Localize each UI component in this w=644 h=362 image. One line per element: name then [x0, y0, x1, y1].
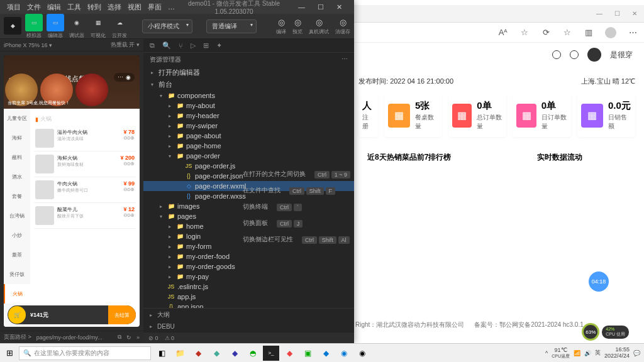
category-item[interactable]: 海鲜: [4, 128, 30, 148]
tree-item-my-order-food[interactable]: ▸📁my-order-food: [143, 251, 354, 261]
category-item[interactable]: 儿童专区: [4, 109, 30, 128]
category-item[interactable]: 套餐: [4, 187, 30, 206]
copy-icon[interactable]: ⧉: [118, 334, 121, 341]
tb-编译[interactable]: ◎编译: [276, 18, 286, 35]
ide-maximize-icon[interactable]: ☐: [314, 3, 327, 11]
tray-chevron[interactable]: ^: [545, 350, 548, 356]
maximize-icon[interactable]: ☐: [613, 9, 621, 18]
cart-icon[interactable]: 🛒: [8, 306, 26, 324]
checkout-button[interactable]: 去结算: [108, 305, 136, 324]
chrome-icon[interactable]: ◉: [354, 346, 370, 361]
warnings-count[interactable]: ⚠ 0: [165, 335, 175, 341]
clock[interactable]: 16:552022/4/24: [604, 347, 630, 359]
category-item[interactable]: 火锅: [4, 284, 30, 304]
tree-item-my-header[interactable]: ▸📁my-header: [143, 111, 354, 121]
food-item[interactable]: 牛肉火锅嫩牛肉鲜香可口¥ 99⊖0⊕: [34, 177, 136, 203]
rotate-icon[interactable]: ↻: [126, 334, 131, 341]
ide-close-icon[interactable]: ✕: [333, 3, 345, 11]
app-icon-1[interactable]: ◆: [190, 346, 206, 361]
ext-icon[interactable]: ⊞: [203, 41, 209, 50]
vscode-icon[interactable]: ◆: [318, 346, 334, 361]
profile-avatar[interactable]: [605, 27, 616, 38]
device-selector[interactable]: iPhone X 75% 16 ▾: [4, 42, 52, 48]
ime-indicator[interactable]: 英: [595, 349, 601, 357]
wechat-icon[interactable]: ◓: [245, 346, 261, 361]
food-item[interactable]: 酸菜牛儿酸辣开胃下饭¥ 12⊖0⊕: [34, 203, 136, 229]
open-editors-section[interactable]: ▸打开的编辑器: [143, 67, 354, 79]
mode-dropdown[interactable]: 小程序模式: [142, 19, 192, 33]
close-icon[interactable]: ✕: [630, 9, 639, 18]
debug-icon[interactable]: ▷: [191, 41, 196, 50]
tree-item-app.json[interactable]: {}app.json: [143, 302, 354, 308]
editor-button[interactable]: ▭: [47, 14, 64, 31]
terminal-icon[interactable]: >_: [263, 346, 279, 361]
menu-编辑[interactable]: 编辑: [44, 3, 64, 12]
start-button[interactable]: ⊞: [0, 348, 19, 358]
app-icon-4[interactable]: ◆: [281, 346, 297, 361]
star-add-icon[interactable]: ☆: [519, 28, 530, 38]
volume-icon[interactable]: 🔊: [584, 350, 591, 356]
taskbar-search[interactable]: 🔍 在这里输入你要搜索的内容: [19, 346, 151, 360]
phone-simulator[interactable]: < 返回 在线点餐 ⋯◉ 当前坐席 3号桌,祝您用餐愉快！ 儿童专区海鲜蘸料酒水…: [4, 55, 140, 327]
debug-section[interactable]: ▸DEBU: [143, 321, 354, 332]
simulator-button[interactable]: ▭: [25, 14, 43, 31]
task-view-icon[interactable]: ◧: [153, 346, 170, 361]
cpu-widget[interactable]: 63% 42%CPU 使用: [582, 323, 629, 341]
hotreload-toggle[interactable]: 热重载 开 ▾: [111, 41, 140, 49]
git-icon[interactable]: ⑂: [179, 42, 183, 50]
visual-button[interactable]: ▦: [89, 14, 107, 31]
edge-icon[interactable]: ◉: [336, 346, 352, 361]
favorites-icon[interactable]: ☆: [562, 28, 572, 38]
search-icon[interactable]: 🔍: [162, 41, 171, 50]
tree-item-app.js[interactable]: JSapp.js: [143, 292, 354, 302]
menu-视图[interactable]: 视图: [125, 3, 145, 12]
food-item[interactable]: 滋补牛肉火锅滋补清淡美味¥ 78⊖0⊕: [34, 126, 136, 151]
errors-count[interactable]: ⊘ 0: [148, 335, 158, 341]
tree-item-components[interactable]: ▾📁components: [143, 90, 354, 101]
tree-item-my-order-goods[interactable]: ▸📁my-order-goods: [143, 261, 354, 272]
text-size-icon[interactable]: Aᴬ: [498, 28, 508, 38]
more-icon[interactable]: ⋯: [628, 28, 638, 38]
category-item[interactable]: 小炒: [4, 226, 30, 245]
page-path[interactable]: pages/my-order-food/my...: [36, 334, 103, 341]
refresh-icon[interactable]: ⟳: [541, 28, 551, 38]
outline-section[interactable]: ▸大纲: [143, 309, 354, 321]
expand-icon[interactable]: [570, 50, 579, 59]
tree-item-my-pay[interactable]: ▸📁my-pay: [143, 272, 354, 282]
category-item[interactable]: 酒水: [4, 167, 30, 187]
notifications-icon[interactable]: 💬: [633, 350, 640, 356]
tree-item-page-order[interactable]: ▾📁page-order: [143, 151, 354, 161]
cart-bar[interactable]: 🛒 ¥141元 去结算: [8, 305, 136, 324]
menu-项目[interactable]: 项目: [4, 3, 24, 12]
category-item[interactable]: 蘸料: [4, 148, 30, 167]
ide-minimize-icon[interactable]: —: [295, 3, 308, 11]
floating-timer-badge[interactable]: 04:18: [589, 272, 609, 292]
devtools-icon[interactable]: ▣: [299, 346, 316, 361]
network-icon[interactable]: 📶: [574, 350, 580, 356]
menu-工具[interactable]: 工具: [64, 3, 84, 12]
category-item[interactable]: 煲仔饭: [4, 265, 30, 284]
collections-icon[interactable]: ▥: [584, 28, 594, 38]
menu-界面[interactable]: 界面: [145, 3, 165, 12]
menu-选择[interactable]: 选择: [104, 3, 125, 12]
tb-预览[interactable]: ◎预览: [292, 18, 303, 35]
category-item[interactable]: 台湾锅: [4, 206, 30, 226]
avatar-button[interactable]: ◆: [4, 17, 21, 35]
food-item[interactable]: 海鲜火锅新鲜海味食材¥ 200⊖0⊕: [34, 151, 136, 177]
menu-文件[interactable]: 文件: [24, 3, 44, 12]
tb-真机调试[interactable]: ◎真机调试: [309, 18, 329, 35]
tree-item-my-swiper[interactable]: ▸📁my-swiper: [143, 121, 354, 131]
tree-item-page-about[interactable]: ▸📁page-about: [143, 131, 354, 141]
tb-清缓存[interactable]: ◎清缓存: [335, 18, 350, 35]
minimize-icon[interactable]: —: [595, 9, 604, 18]
cloud-button[interactable]: ☁: [111, 14, 128, 31]
root-folder[interactable]: ▾前台: [143, 79, 354, 90]
category-item[interactable]: 蓋茶: [4, 245, 30, 265]
menu-转到[interactable]: 转到: [84, 3, 104, 12]
explorer-more-icon[interactable]: ⋯: [341, 55, 348, 64]
tree-item-.eslintrc.js[interactable]: JS.eslintrc.js: [143, 282, 354, 292]
debugger-button[interactable]: ◉: [68, 14, 86, 31]
app-icon-3[interactable]: ◆: [226, 346, 243, 361]
app-icon-2[interactable]: ◆: [208, 346, 225, 361]
robot-icon[interactable]: ✦: [216, 41, 222, 50]
